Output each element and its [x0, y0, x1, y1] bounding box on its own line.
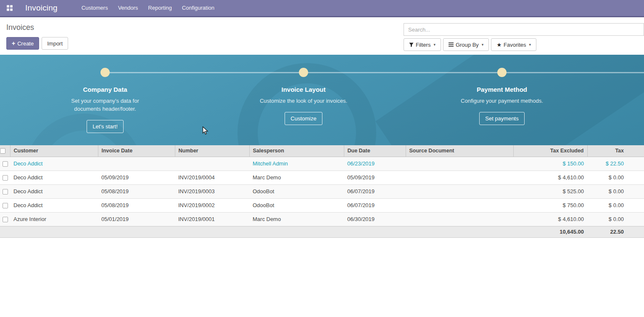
nav-item-vendors[interactable]: Vendors [113, 0, 143, 16]
cell-tax-excluded: $ 4,610.00 [513, 212, 587, 226]
step-marker-icon [100, 68, 110, 77]
cell-due-date: 05/09/2019 [344, 170, 406, 184]
cell-salesperson: Marc Demo [249, 170, 344, 184]
step-title: Invoice Layout [240, 86, 367, 93]
top-navbar: Invoicing Customers Vendors Reporting Co… [0, 0, 644, 17]
filters-label: Filters [416, 42, 430, 48]
cell-tax: $ 0.00 [587, 170, 644, 184]
step-description: Set your company's data for documents he… [59, 97, 151, 113]
cell-tax: $ 0.00 [587, 184, 644, 198]
onboarding-step-company-data: Company Data Set your company's data for… [42, 68, 168, 133]
caret-down-icon: ▾ [529, 43, 531, 47]
row-checkbox[interactable] [3, 175, 8, 181]
caret-down-icon: ▾ [433, 43, 435, 47]
onboarding-step-payment-method: Payment Method Configure your payment me… [439, 68, 565, 125]
cell-due-date: 06/07/2019 [344, 198, 406, 212]
cell-source-document [406, 198, 513, 212]
funnel-icon [409, 43, 414, 47]
caret-down-icon: ▾ [482, 43, 484, 47]
table-row[interactable]: Deco Addict05/09/2019INV/2019/0004Marc D… [0, 170, 644, 184]
filters-button[interactable]: Filters ▾ [404, 38, 441, 51]
cell-source-document [406, 157, 513, 170]
lets-start-button[interactable]: Let's start! [87, 120, 124, 133]
cell-customer: Azure Interior [10, 212, 98, 226]
step-title: Company Data [42, 86, 168, 93]
favorites-label: Favorites [504, 42, 526, 48]
cell-tax-excluded: $ 525.00 [513, 184, 587, 198]
nav-item-configuration[interactable]: Configuration [177, 0, 219, 16]
cell-due-date: 06/23/2019 [344, 157, 406, 170]
cell-salesperson: OdooBot [249, 198, 344, 212]
create-button[interactable]: + Create [6, 37, 39, 50]
column-header-tax[interactable]: Tax [587, 145, 644, 157]
nav-item-reporting[interactable]: Reporting [143, 0, 177, 16]
cell-customer: Deco Addict [10, 198, 98, 212]
table-footer-row: 10,645.00 22.50 [0, 226, 644, 237]
star-icon: ★ [496, 42, 501, 48]
column-header-invoice-date[interactable]: Invoice Date [98, 145, 175, 157]
cell-salesperson: Marc Demo [249, 212, 344, 226]
cell-invoice-date: 05/09/2019 [98, 170, 175, 184]
cell-invoice-date: 05/08/2019 [98, 198, 175, 212]
cell-salesperson: OdooBot [249, 184, 344, 198]
group-by-button[interactable]: Group By ▾ [443, 38, 489, 51]
tax-total: 22.50 [587, 226, 644, 237]
cell-tax-excluded: $ 4,610.00 [513, 170, 587, 184]
set-payments-button[interactable]: Set payments [479, 112, 525, 125]
table-row[interactable]: Deco Addict05/08/2019INV/2019/0002OdooBo… [0, 198, 644, 212]
cell-source-document [406, 170, 513, 184]
list-bars-icon [449, 43, 454, 47]
control-panel: Invoices + Create Import Filters [0, 17, 644, 55]
onboarding-step-invoice-layout: Invoice Layout Customize the look of you… [240, 68, 367, 125]
cell-source-document [406, 212, 513, 226]
cell-tax: $ 0.00 [587, 198, 644, 212]
cell-salesperson: Mitchell Admin [249, 157, 344, 170]
cell-number: INV/2019/0001 [175, 212, 249, 226]
search-input[interactable] [404, 23, 644, 36]
cell-tax: $ 0.00 [587, 212, 644, 226]
table-row[interactable]: Deco Addict05/08/2019INV/2019/0003OdooBo… [0, 184, 644, 198]
cell-number: INV/2019/0002 [175, 198, 249, 212]
cell-tax-excluded: $ 750.00 [513, 198, 587, 212]
group-by-label: Group By [456, 42, 479, 48]
cell-invoice-date [98, 157, 175, 170]
cell-invoice-date: 05/01/2019 [98, 212, 175, 226]
invoice-table: Customer Invoice Date Number Salesperson… [0, 145, 644, 238]
row-checkbox[interactable] [3, 189, 8, 194]
apps-menu-button[interactable] [3, 0, 16, 16]
column-header-due-date[interactable]: Due Date [344, 145, 406, 157]
select-all-checkbox[interactable] [0, 148, 5, 154]
row-checkbox[interactable] [3, 203, 8, 208]
cell-number: INV/2019/0003 [175, 184, 249, 198]
import-button[interactable]: Import [42, 37, 68, 50]
step-title: Payment Method [439, 86, 565, 93]
invoice-table-body: Deco AddictMitchell Admin06/23/2019$ 150… [0, 157, 644, 226]
import-button-label: Import [47, 40, 63, 47]
cell-tax-excluded: $ 150.00 [513, 157, 587, 170]
row-checkbox[interactable] [3, 217, 8, 222]
page-title: Invoices [6, 23, 68, 32]
column-header-source-document[interactable]: Source Document [406, 145, 513, 157]
cell-number: INV/2019/0004 [175, 170, 249, 184]
column-header-salesperson[interactable]: Salesperson [249, 145, 344, 157]
favorites-button[interactable]: ★ Favorites ▾ [491, 38, 536, 51]
cell-source-document [406, 184, 513, 198]
cell-invoice-date: 05/08/2019 [98, 184, 175, 198]
app-name[interactable]: Invoicing [25, 3, 58, 13]
nav-item-customers[interactable]: Customers [77, 0, 113, 16]
invoice-list-view: Customer Invoice Date Number Salesperson… [0, 145, 644, 238]
invoicing-app-screen: Invoicing Customers Vendors Reporting Co… [0, 0, 644, 317]
customize-button[interactable]: Customize [285, 112, 322, 125]
column-header-tax-excluded[interactable]: Tax Excluded [513, 145, 587, 157]
table-row[interactable]: Azure Interior05/01/2019INV/2019/0001Mar… [0, 212, 644, 226]
apps-grid-icon [7, 5, 13, 11]
cell-customer: Deco Addict [10, 184, 98, 198]
cell-customer: Deco Addict [10, 157, 98, 170]
column-header-customer[interactable]: Customer [10, 145, 98, 157]
onboarding-banner: Company Data Set your company's data for… [0, 55, 644, 145]
top-menu: Customers Vendors Reporting Configuratio… [77, 0, 219, 16]
table-row[interactable]: Deco AddictMitchell Admin06/23/2019$ 150… [0, 157, 644, 170]
create-button-label: Create [17, 40, 34, 47]
row-checkbox[interactable] [3, 161, 8, 167]
column-header-number[interactable]: Number [175, 145, 249, 157]
